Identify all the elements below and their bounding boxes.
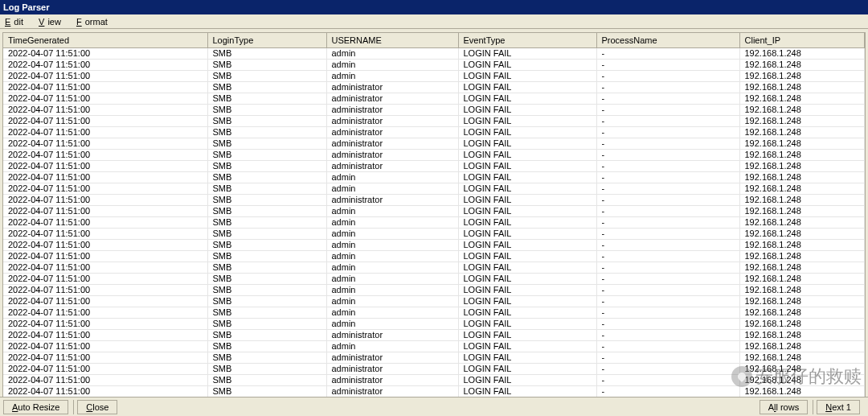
cell-time: 2022-04-07 11:51:00 — [3, 385, 207, 397]
cell-login: SMB — [207, 81, 326, 93]
cell-event: LOGIN FAIL — [458, 262, 596, 273]
table-row[interactable]: 2022-04-07 11:51:00SMBadminLOGIN FAIL-19… — [3, 70, 865, 81]
table-row[interactable]: 2022-04-07 11:51:00SMBadminLOGIN FAIL-19… — [3, 216, 865, 228]
menu-edit[interactable]: Edit — [2, 14, 33, 29]
col-header-time[interactable]: TimeGenerated — [3, 33, 207, 47]
table-row[interactable]: 2022-04-07 11:51:00SMBadminLOGIN FAIL-19… — [3, 183, 865, 194]
cell-proc: - — [596, 273, 739, 284]
cell-proc: - — [596, 70, 739, 81]
cell-ip: 192.168.1.248 — [739, 93, 865, 104]
cell-time: 2022-04-07 11:51:00 — [3, 138, 207, 149]
col-header-login[interactable]: LoginType — [207, 33, 326, 47]
cell-user: administrator — [326, 115, 458, 126]
table-row[interactable]: 2022-04-07 11:51:00SMBadministratorLOGIN… — [3, 194, 865, 205]
table-row[interactable]: 2022-04-07 11:51:00SMBadminLOGIN FAIL-19… — [3, 307, 865, 318]
cell-ip: 192.168.1.248 — [739, 307, 865, 318]
cell-proc: - — [596, 363, 739, 374]
cell-ip: 192.168.1.248 — [739, 115, 865, 126]
cell-login: SMB — [207, 228, 326, 239]
table-row[interactable]: 2022-04-07 11:51:00SMBadministratorLOGIN… — [3, 115, 865, 126]
table-row[interactable]: 2022-04-07 11:51:00SMBadminLOGIN FAIL-19… — [3, 318, 865, 329]
cell-event: LOGIN FAIL — [458, 104, 596, 115]
cell-user: admin — [326, 262, 458, 273]
menu-format[interactable]: Format — [73, 14, 117, 29]
table-row[interactable]: 2022-04-07 11:51:00SMBadministratorLOGIN… — [3, 93, 865, 104]
table-row[interactable]: 2022-04-07 11:51:00SMBadminLOGIN FAIL-19… — [3, 295, 865, 307]
cell-ip: 192.168.1.248 — [739, 216, 865, 228]
table-row[interactable]: 2022-04-07 11:51:00SMBadministratorLOGIN… — [3, 160, 865, 171]
close-button[interactable]: Close — [77, 400, 117, 414]
cell-login: SMB — [207, 138, 326, 149]
cell-login: SMB — [207, 205, 326, 216]
cell-time: 2022-04-07 11:51:00 — [3, 93, 207, 104]
table-row[interactable]: 2022-04-07 11:51:00SMBadministratorLOGIN… — [3, 374, 865, 385]
next-button[interactable]: Next 1 — [817, 400, 860, 414]
cell-proc: - — [596, 262, 739, 273]
cell-proc: - — [596, 216, 739, 228]
cell-login: SMB — [207, 93, 326, 104]
table-row[interactable]: 2022-04-07 11:51:00SMBadminLOGIN FAIL-19… — [3, 171, 865, 183]
table-row[interactable]: 2022-04-07 11:51:00SMBadminLOGIN FAIL-19… — [3, 47, 865, 59]
table-row[interactable]: 2022-04-07 11:51:00SMBadministratorLOGIN… — [3, 138, 865, 149]
cell-user: admin — [326, 318, 458, 329]
cell-login: SMB — [207, 318, 326, 329]
log-table: TimeGenerated LoginType USERNAME EventTy… — [3, 33, 865, 397]
cell-event: LOGIN FAIL — [458, 239, 596, 250]
cell-user: administrator — [326, 126, 458, 138]
cell-proc: - — [596, 81, 739, 93]
cell-event: LOGIN FAIL — [458, 284, 596, 295]
cell-user: admin — [326, 205, 458, 216]
cell-time: 2022-04-07 11:51:00 — [3, 115, 207, 126]
table-row[interactable]: 2022-04-07 11:51:00SMBadminLOGIN FAIL-19… — [3, 239, 865, 250]
table-row[interactable]: 2022-04-07 11:51:00SMBadministratorLOGIN… — [3, 385, 865, 397]
cell-user: administrator — [326, 194, 458, 205]
table-row[interactable]: 2022-04-07 11:51:00SMBadministratorLOGIN… — [3, 104, 865, 115]
table-row[interactable]: 2022-04-07 11:51:00SMBadministratorLOGIN… — [3, 329, 865, 340]
cell-time: 2022-04-07 11:51:00 — [3, 352, 207, 363]
cell-login: SMB — [207, 352, 326, 363]
cell-login: SMB — [207, 363, 326, 374]
cell-user: admin — [326, 47, 458, 59]
cell-time: 2022-04-07 11:51:00 — [3, 47, 207, 59]
cell-time: 2022-04-07 11:51:00 — [3, 194, 207, 205]
cell-user: administrator — [326, 160, 458, 171]
cell-login: SMB — [207, 374, 326, 385]
table-row[interactable]: 2022-04-07 11:51:00SMBadminLOGIN FAIL-19… — [3, 205, 865, 216]
cell-event: LOGIN FAIL — [458, 93, 596, 104]
cell-user: admin — [326, 307, 458, 318]
table-row[interactable]: 2022-04-07 11:51:00SMBadministratorLOGIN… — [3, 126, 865, 138]
cell-time: 2022-04-07 11:51:00 — [3, 81, 207, 93]
cell-proc: - — [596, 160, 739, 171]
cell-event: LOGIN FAIL — [458, 70, 596, 81]
table-row[interactable]: 2022-04-07 11:51:00SMBadminLOGIN FAIL-19… — [3, 228, 865, 239]
all-rows-button[interactable]: All rows — [760, 400, 809, 414]
cell-user: admin — [326, 295, 458, 307]
cell-ip: 192.168.1.248 — [739, 205, 865, 216]
cell-login: SMB — [207, 239, 326, 250]
table-row[interactable]: 2022-04-07 11:51:00SMBadminLOGIN FAIL-19… — [3, 262, 865, 273]
cell-ip: 192.168.1.248 — [739, 47, 865, 59]
table-row[interactable]: 2022-04-07 11:51:00SMBadministratorLOGIN… — [3, 81, 865, 93]
table-row[interactable]: 2022-04-07 11:51:00SMBadministratorLOGIN… — [3, 352, 865, 363]
table-row[interactable]: 2022-04-07 11:51:00SMBadminLOGIN FAIL-19… — [3, 250, 865, 262]
cell-proc: - — [596, 115, 739, 126]
table-row[interactable]: 2022-04-07 11:51:00SMBadminLOGIN FAIL-19… — [3, 59, 865, 70]
cell-time: 2022-04-07 11:51:00 — [3, 374, 207, 385]
cell-user: administrator — [326, 385, 458, 397]
cell-ip: 192.168.1.248 — [739, 340, 865, 352]
auto-resize-button[interactable]: Auto Resize — [3, 400, 68, 414]
col-header-ip[interactable]: Client_IP — [739, 33, 865, 47]
table-row[interactable]: 2022-04-07 11:51:00SMBadminLOGIN FAIL-19… — [3, 273, 865, 284]
table-row[interactable]: 2022-04-07 11:51:00SMBadminLOGIN FAIL-19… — [3, 340, 865, 352]
cell-time: 2022-04-07 11:51:00 — [3, 318, 207, 329]
cell-event: LOGIN FAIL — [458, 47, 596, 59]
table-row[interactable]: 2022-04-07 11:51:00SMBadminLOGIN FAIL-19… — [3, 284, 865, 295]
table-row[interactable]: 2022-04-07 11:51:00SMBadministratorLOGIN… — [3, 149, 865, 160]
col-header-event[interactable]: EventType — [458, 33, 596, 47]
menu-view[interactable]: View — [35, 14, 71, 29]
col-header-proc[interactable]: ProcessName — [596, 33, 739, 47]
table-row[interactable]: 2022-04-07 11:51:00SMBadministratorLOGIN… — [3, 363, 865, 374]
cell-ip: 192.168.1.248 — [739, 149, 865, 160]
col-header-user[interactable]: USERNAME — [326, 33, 458, 47]
cell-proc: - — [596, 205, 739, 216]
